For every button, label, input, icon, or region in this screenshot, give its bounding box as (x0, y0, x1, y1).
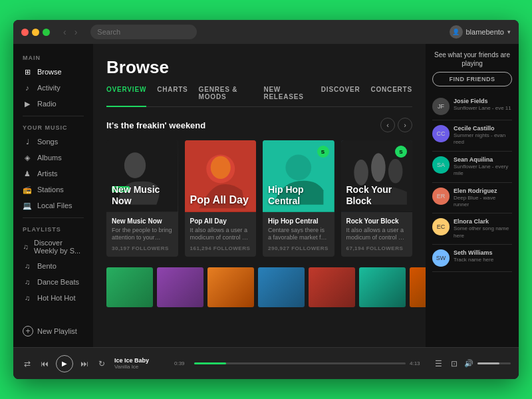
progress-bar[interactable] (194, 362, 406, 364)
strip-item-1[interactable] (106, 267, 153, 307)
sidebar-activity-label: Activity (37, 84, 61, 92)
nav-chevrons: ‹ › (380, 118, 412, 132)
cards-grid: NOW New MusicNow New Music Now For the p… (106, 140, 412, 257)
back-button[interactable]: ‹ (61, 25, 69, 39)
shuffle-button[interactable]: ⇄ (21, 358, 33, 370)
play-button[interactable]: ▶ (56, 355, 73, 372)
spotify-badge-4: S (395, 146, 407, 158)
friend-name-cecile: Cecile Castillo (454, 125, 512, 132)
card-label-4: Rock Your Block (346, 184, 413, 207)
sidebar-item-browse[interactable]: ⊞ Browse (13, 64, 93, 80)
svg-point-9 (371, 153, 386, 182)
card-new-music-now[interactable]: NOW New MusicNow New Music Now For the p… (106, 140, 178, 257)
sidebar-item-activity[interactable]: ♪ Activity (13, 80, 93, 96)
card-followers-1: 30,197 FOLLOWERS (112, 245, 173, 251)
friend-item-elnora[interactable]: EC Elnora Clark Some other song name her… (432, 213, 512, 245)
plus-icon: + (23, 326, 33, 336)
sidebar-item-hot-hot-hot[interactable]: ♫ Hot Hot Hot (13, 290, 93, 306)
new-playlist-button[interactable]: + New Playlist (13, 322, 93, 340)
strip-item-3[interactable] (207, 267, 254, 307)
card-info-3: Hip Hop Central Centare says there is a … (263, 212, 334, 257)
svg-point-10 (388, 159, 402, 184)
tab-overview[interactable]: Overview (106, 86, 146, 107)
playlist-icon-1: ♫ (23, 242, 29, 251)
sidebar-item-bento[interactable]: ♫ Bento (13, 258, 93, 274)
card-pop-all-day[interactable]: Pop All Day Pop All Day It also allows a… (185, 140, 257, 257)
svg-point-6 (285, 155, 311, 181)
queue-icon[interactable]: ☰ (432, 358, 444, 370)
repeat-button[interactable]: ↻ (96, 358, 108, 370)
friend-track-josie: Sunflower Lane - eve 11 (454, 105, 512, 112)
strip-item-5[interactable] (309, 267, 355, 307)
sidebar-item-artists[interactable]: ♟ Artists (13, 166, 93, 182)
spotify-badge-3: S (317, 146, 329, 158)
tab-concerts[interactable]: Concerts (370, 86, 412, 107)
card-desc-4: It also allows a user a modicum of contr… (346, 227, 408, 242)
friend-track-elen: Deep Blue - wave runner (454, 195, 512, 209)
dance-beats-label: Dance Beats (37, 278, 79, 286)
card-label-1: New MusicNow (112, 184, 160, 207)
find-friends-button[interactable]: FIND FRIENDS (432, 72, 512, 86)
friend-info-sean: Sean Aquilina Sunflower Lane - every mil… (454, 156, 512, 178)
friend-avatar-elen: ER (432, 188, 450, 205)
sidebar-main-label: MAIN (13, 51, 93, 64)
volume-bar[interactable] (477, 362, 511, 364)
sidebar-item-albums[interactable]: ◈ Albums (13, 150, 93, 166)
friend-item-sean[interactable]: SA Sean Aquilina Sunflower Lane - every … (432, 152, 512, 183)
sidebar: MAIN ⊞ Browse ♪ Activity ▶ Radio YOUR MU… (13, 44, 93, 347)
artists-icon: ♟ (23, 169, 32, 178)
svg-point-4 (210, 156, 230, 179)
friend-avatar-josie: JF (432, 98, 450, 115)
chevron-down-icon[interactable]: ▾ (507, 29, 511, 35)
close-button[interactable] (21, 29, 29, 36)
bento-label: Bento (37, 262, 57, 270)
friend-name-elnora: Elnora Clark (454, 218, 512, 225)
card-hip-hop-central[interactable]: S Hip Hop Central Hip Hop Central Centar… (263, 140, 334, 257)
friend-name-seth: Seth Williams (454, 249, 512, 256)
tab-new-releases[interactable]: New Releases (263, 86, 310, 107)
sidebar-your-music-label: YOUR MUSIC (13, 120, 93, 134)
sidebar-item-discover-weekly[interactable]: ♫ Discover Weekly by S... (13, 235, 93, 258)
sidebar-item-radio[interactable]: ▶ Radio (13, 96, 93, 112)
playlist-icon-2: ♫ (23, 261, 32, 271)
card-rock-your-block[interactable]: S Rock Your Block Rock Your Block It als… (341, 140, 413, 257)
player-right-controls: ☰ ⊡ 🔊 (432, 358, 511, 370)
sidebar-item-songs[interactable]: ♩ Songs (13, 134, 93, 150)
strip-item-7[interactable] (410, 267, 426, 307)
card-followers-2: 161,294 FOLLOWERS (190, 245, 251, 251)
next-button[interactable]: › (398, 118, 412, 132)
forward-button[interactable]: › (72, 25, 80, 39)
strip-item-4[interactable] (258, 267, 305, 307)
svg-point-8 (354, 160, 368, 186)
radio-icon: ▶ (23, 99, 32, 108)
prev-button[interactable]: ‹ (380, 118, 395, 132)
friend-avatar-seth: SW (432, 249, 450, 267)
current-time: 0:39 (174, 360, 190, 366)
sidebar-item-stations[interactable]: 📻 Stations (13, 182, 93, 198)
sidebar-item-local-files[interactable]: 💻 Local Files (13, 198, 93, 213)
find-friends-text: See what your friends are playing (432, 51, 512, 68)
maximize-button[interactable] (43, 29, 50, 36)
tab-genres[interactable]: Genres & Moods (199, 86, 253, 107)
tab-discover[interactable]: Discover (321, 86, 360, 107)
playlist-icon-4: ♫ (23, 293, 32, 303)
next-track-button[interactable]: ⏭ (78, 358, 90, 370)
strip-item-6[interactable] (359, 267, 406, 307)
friend-item-elen[interactable]: ER Elen Rodriguez Deep Blue - wave runne… (432, 183, 512, 214)
devices-icon[interactable]: ⊡ (448, 358, 460, 370)
minimize-button[interactable] (32, 29, 39, 36)
volume-fill (477, 362, 499, 364)
friend-item-josie[interactable]: JF Josie Fields Sunflower Lane - eve 11 (432, 93, 512, 120)
friend-item-seth[interactable]: SW Seth Williams Track name here (432, 245, 512, 272)
card-desc-2: It also allows a user a modicum of contr… (190, 227, 251, 242)
friend-name-elen: Elen Rodriguez (454, 188, 512, 194)
tab-charts[interactable]: Charts (157, 86, 188, 107)
prev-track-button[interactable]: ⏮ (39, 358, 51, 370)
strip-item-2[interactable] (157, 267, 203, 307)
now-playing: Ice Ice Baby Vanilla Ice (114, 357, 168, 370)
friend-info-josie: Josie Fields Sunflower Lane - eve 11 (454, 98, 512, 112)
friend-info-cecile: Cecile Castillo Summer nights - evan ree… (454, 125, 512, 146)
friend-item-cecile[interactable]: CC Cecile Castillo Summer nights - evan … (432, 120, 512, 152)
sidebar-item-dance-beats[interactable]: ♫ Dance Beats (13, 274, 93, 290)
search-input[interactable] (90, 25, 197, 39)
